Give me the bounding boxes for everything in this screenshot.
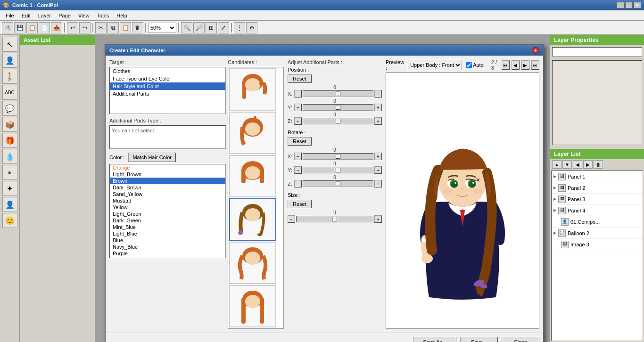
color-dark-brown[interactable]: Dark_Brown — [110, 184, 225, 191]
zoom-in-button[interactable]: 🔍 — [181, 22, 192, 33]
layer-panel-4[interactable]: ▶ 🖼 Panel 4 — [552, 205, 643, 216]
color-dark-green[interactable]: Dark_Green — [110, 217, 225, 224]
rotate-z-plus[interactable]: + — [374, 180, 382, 187]
position-y-track[interactable] — [303, 104, 373, 111]
menu-view[interactable]: View — [74, 12, 93, 19]
tool-lines[interactable]: ≡ — [2, 165, 17, 180]
tool-walk[interactable]: 🚶 — [2, 69, 17, 84]
nav-first-button[interactable]: ⏮ — [502, 60, 510, 70]
title-controls[interactable]: _ □ ✕ — [617, 2, 641, 8]
layer-properties-input[interactable] — [552, 47, 642, 57]
color-light-green[interactable]: Light_Green — [110, 211, 225, 217]
rotate-y-track[interactable] — [303, 167, 373, 173]
print-button[interactable]: 🖨 — [2, 22, 13, 33]
color-orange[interactable]: Orange — [110, 164, 225, 171]
color-mint-blue[interactable]: Mint_Blue — [110, 224, 225, 230]
tool-cube[interactable]: 🎁 — [2, 133, 17, 148]
close-button[interactable]: Close — [502, 337, 539, 342]
undo-button[interactable]: ↩ — [67, 22, 78, 33]
delete-button[interactable]: 🗑 — [132, 22, 143, 33]
candidate-4[interactable] — [229, 198, 276, 241]
target-hair[interactable]: Hair Style and Color — [110, 82, 225, 90]
position-y-plus[interactable]: + — [374, 104, 382, 111]
save-button[interactable]: 💾 — [14, 22, 25, 33]
paste2-button[interactable]: 📋 — [120, 22, 131, 33]
minimize-button[interactable]: _ — [617, 2, 624, 8]
close-button[interactable]: ✕ — [634, 2, 641, 8]
copy2-button[interactable]: ⧉ — [107, 22, 119, 33]
target-clothes[interactable]: Clothes — [110, 67, 225, 75]
layer-right-button[interactable]: ▶ — [583, 160, 593, 169]
candidate-6[interactable] — [229, 285, 276, 327]
grid-button[interactable]: ⋮ — [234, 22, 245, 33]
layer-character[interactable]: 👤 01.Comipo... — [552, 216, 643, 228]
position-x-plus[interactable]: + — [374, 90, 382, 98]
auto-check[interactable] — [466, 62, 472, 68]
tool-person[interactable]: 👤 — [2, 53, 17, 68]
tool-bubble[interactable]: 💬 — [2, 101, 17, 116]
position-x-track[interactable] — [303, 90, 373, 97]
color-purple[interactable]: Purple — [110, 250, 225, 257]
cut-button[interactable]: ✂ — [95, 22, 107, 33]
layer-image[interactable]: 🖼 Image 3 — [552, 239, 643, 250]
rotate-x-track[interactable] — [303, 153, 373, 160]
position-reset-button[interactable]: Reset — [288, 74, 312, 83]
position-z-minus[interactable]: − — [294, 117, 302, 125]
position-x-minus[interactable]: − — [294, 90, 302, 98]
candidate-2[interactable] — [229, 112, 276, 154]
color-sand-yellow[interactable]: Sand_Yellow — [110, 191, 225, 197]
save-as-button[interactable]: Save As... — [413, 337, 456, 342]
color-light-brown[interactable]: Light_Brown — [110, 171, 225, 178]
fit-button[interactable]: ⊞ — [206, 22, 217, 33]
nav-next-button[interactable]: ▶ — [521, 60, 529, 70]
size-plus[interactable]: + — [374, 215, 382, 223]
position-z-track[interactable] — [303, 118, 373, 124]
rotate-x-minus[interactable]: − — [294, 153, 302, 160]
layer-panel-2[interactable]: ▶ 🖼 Panel 2 — [552, 182, 643, 194]
color-mustard[interactable]: Mustard — [110, 197, 225, 204]
layer-panel-1[interactable]: ▶ 🖼 Panel 1 — [552, 171, 643, 182]
rotate-reset-button[interactable]: Reset — [288, 137, 312, 146]
redo-button[interactable]: ↪ — [79, 22, 91, 33]
tool-burst[interactable]: ✦ — [2, 181, 17, 196]
size-track[interactable] — [296, 216, 373, 222]
menu-layer[interactable]: Layer — [34, 12, 55, 19]
settings-button[interactable]: ⚙ — [246, 22, 257, 33]
menu-tools[interactable]: Tools — [93, 12, 113, 19]
rotate-z-track[interactable] — [303, 180, 373, 187]
rotate-y-plus[interactable]: + — [374, 166, 382, 174]
menu-file[interactable]: File — [2, 12, 18, 19]
color-navy-blue[interactable]: Navy_Blue — [110, 244, 225, 250]
copy-button[interactable]: 📋 — [26, 22, 38, 33]
tool-drop[interactable]: 💧 — [2, 149, 17, 164]
position-z-plus[interactable]: + — [374, 117, 382, 125]
rotate-x-plus[interactable]: + — [374, 153, 382, 160]
candidates-scroll[interactable] — [228, 67, 284, 329]
size-reset-button[interactable]: Reset — [288, 200, 312, 208]
target-parts[interactable]: Additional Parts — [110, 90, 225, 98]
rotate-z-minus[interactable]: − — [294, 180, 302, 187]
menu-help[interactable]: Help — [113, 12, 131, 19]
expand-button[interactable]: ⤢ — [218, 22, 229, 33]
zoom-select[interactable]: 50% 25% 75% 100% — [148, 23, 176, 33]
export-button[interactable]: 📤 — [51, 22, 62, 33]
rotate-y-minus[interactable]: − — [294, 166, 302, 174]
menu-edit[interactable]: Edit — [18, 12, 34, 19]
position-y-minus[interactable]: − — [294, 104, 302, 111]
tool-box[interactable]: 📦 — [2, 117, 17, 132]
match-hair-button[interactable]: Match Hair Color — [128, 153, 176, 162]
layer-delete-button[interactable]: 🗑 — [594, 160, 603, 169]
candidate-3[interactable] — [229, 155, 276, 197]
zoom-out-button[interactable]: 🔎 — [193, 22, 205, 33]
tool-smile[interactable]: 😊 — [2, 213, 17, 228]
auto-checkbox[interactable]: Auto — [466, 62, 484, 68]
color-light-blue[interactable]: Light_Blue — [110, 230, 225, 237]
layer-panel-3[interactable]: ▶ 🖼 Panel 3 — [552, 194, 643, 205]
candidate-1[interactable] — [229, 68, 276, 111]
layer-left-button[interactable]: ◀ — [573, 160, 582, 169]
save-button[interactable]: Save... — [460, 337, 498, 342]
candidate-5[interactable] — [229, 242, 276, 284]
size-minus[interactable]: − — [288, 215, 295, 223]
layer-up-button[interactable]: ▲ — [552, 160, 561, 169]
paste-button[interactable]: 📄 — [39, 22, 50, 33]
